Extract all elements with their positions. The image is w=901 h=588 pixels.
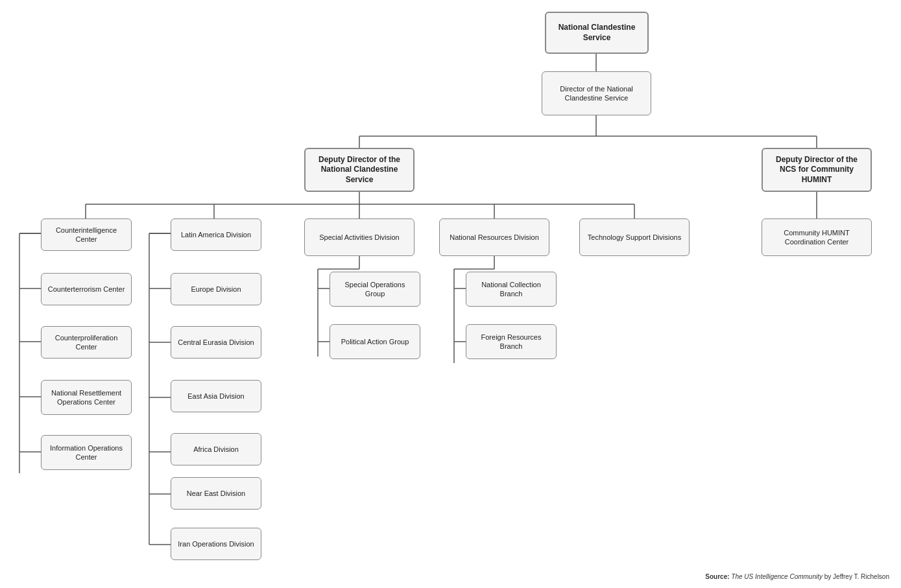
connector-lines	[0, 0, 901, 588]
node-counterintelligence: Counterintelligence Center	[41, 218, 132, 251]
node-iran-ops: Iran Operations Division	[171, 528, 261, 560]
node-near-east: Near East Division	[171, 477, 261, 510]
node-special-activities: Special Activities Division	[304, 218, 414, 256]
node-national-resettlement: National Resettlement Operations Center	[41, 380, 132, 415]
node-ncs: National Clandestine Service	[545, 12, 649, 54]
source-suffix: by Jeffrey T. Richelson	[823, 573, 889, 580]
node-political-action: Political Action Group	[330, 324, 420, 359]
node-central-eurasia: Central Eurasia Division	[171, 326, 261, 359]
node-deputy-ncs: Deputy Director of the National Clandest…	[304, 148, 414, 192]
node-technology-support: Technology Support Divisions	[579, 218, 690, 256]
source-note: Source: The US Intelligence Community by…	[705, 573, 889, 580]
node-foreign-resources: Foreign Resources Branch	[466, 324, 557, 359]
node-director-ncs: Director of the National Clandestine Ser…	[542, 71, 651, 115]
node-africa: Africa Division	[171, 433, 261, 465]
node-counterproliferation: Counterproliferation Center	[41, 326, 132, 359]
node-east-asia: East Asia Division	[171, 380, 261, 412]
node-counterterrorism: Counterterrorism Center	[41, 273, 132, 305]
source-book-title: The US Intelligence Community	[731, 573, 823, 580]
node-deputy-humint: Deputy Director of the NCS for Community…	[762, 148, 872, 192]
node-national-collection: National Collection Branch	[466, 272, 557, 307]
node-information-ops: Information Operations Center	[41, 435, 132, 470]
node-community-humint: Community HUMINT Coordination Center	[762, 218, 872, 256]
node-europe: Europe Division	[171, 273, 261, 305]
org-chart: National Clandestine Service Director of…	[0, 0, 901, 588]
source-prefix: Source:	[705, 573, 731, 580]
node-latin-america: Latin America Division	[171, 218, 261, 251]
node-special-ops-group: Special Operations Group	[330, 272, 420, 307]
node-national-resources: National Resources Division	[439, 218, 549, 256]
